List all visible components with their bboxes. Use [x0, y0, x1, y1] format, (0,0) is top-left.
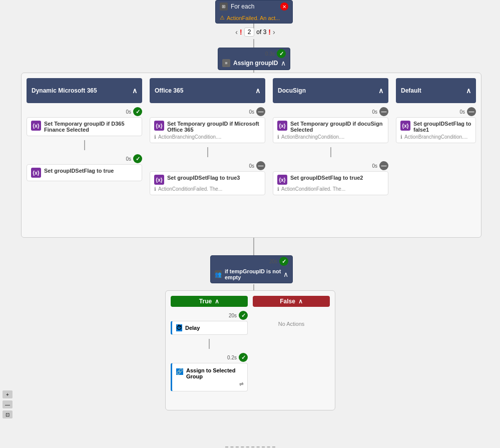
step-d1-timing: 0s [126, 109, 131, 115]
workflow-canvas: ⊞ For each ✕ ⚠ ActionFailed. An act... ‹… [0, 0, 500, 448]
step-o1-title: Set Temporary groupID if Microsoft Offic… [167, 121, 261, 133]
if-temp-collapse[interactable]: ∧ [283, 270, 288, 278]
step-d1-timing-row: 0s ✓ [27, 107, 142, 116]
step-ds1-card[interactable]: {x} Set Temporary groupID if docuSign Se… [273, 117, 388, 143]
step-o1-status: — [256, 107, 265, 116]
assign-status: ✓ [239, 353, 248, 362]
foreach-node[interactable]: ⊞ For each ✕ ⚠ ActionFailed. An act... [215, 0, 293, 24]
branch-office365-collapse[interactable]: ∧ [255, 87, 260, 95]
step-o2-title: Set groupIDSetFlag to true3 [167, 175, 240, 181]
branch-header-dynamic[interactable]: Dynamic Microsoft 365 ∧ [27, 78, 142, 103]
branch-header-docusign[interactable]: DocuSign ∧ [273, 78, 388, 103]
step-o1-icon: {x} [154, 121, 164, 131]
false-branch-header[interactable]: False ∧ [253, 296, 330, 307]
step-ds2-subtitle: ActionConditionFailed. The... [281, 186, 345, 192]
step-def1-title: Set groupIDSetFlag to false1 [413, 121, 471, 133]
pg-next-icon[interactable]: › [273, 28, 275, 36]
connector-d1 [84, 140, 85, 150]
step-ds1-timing-row: 0s — [273, 107, 388, 116]
branch-docusign-collapse[interactable]: ∧ [378, 87, 383, 95]
branch-dynamic-collapse[interactable]: ∧ [132, 87, 137, 95]
sidebar-icon-2[interactable]: — [3, 400, 13, 408]
step-ds2-timing: 0s [372, 163, 377, 169]
branch-dynamic-title: Dynamic Microsoft 365 [32, 87, 97, 94]
step-ds1-subtitle: ActionBranchingCondition.... [281, 134, 344, 140]
branch-header-default[interactable]: Default ∧ [396, 78, 476, 103]
pg-prev-icon[interactable]: ‹ [235, 28, 238, 36]
branch-default-title: Default [401, 87, 421, 94]
assign-link-icon: ⇌ [239, 381, 243, 387]
step-o1-info-icon: ℹ [154, 134, 156, 140]
step-ds1-icon: {x} [277, 121, 287, 131]
step-def1-timing: 0s [459, 109, 465, 115]
step-ds1-status: — [379, 107, 388, 116]
step-d1-status: ✓ [133, 107, 142, 116]
true-collapse-icon[interactable]: ∧ [215, 298, 219, 305]
step-ds2-card[interactable]: {x} Set groupIDSetFlag to true2 ℹ Action… [273, 171, 388, 195]
assign-groupid-icon: ≡ [222, 59, 230, 67]
step-d1-icon: {x} [31, 121, 41, 131]
branch-col-default: Default ∧ 0s — {x} Set groupIDSetFlag to… [396, 78, 476, 143]
pagination-bar: ‹ ! 2 of 3 ! › [215, 28, 295, 37]
branch-col-office365: Office 365 ∧ 0s — {x} Set Temporary grou… [150, 78, 265, 195]
branch-header-office365[interactable]: Office 365 ∧ [150, 78, 265, 103]
no-actions-text: No Actions [253, 311, 330, 337]
false-collapse-icon[interactable]: ∧ [298, 298, 303, 305]
step-ds1-title: Set Temporary groupID if docuSign Select… [290, 121, 384, 133]
step-o2-icon: {x} [154, 175, 164, 185]
assign-timing: 0.2s [227, 355, 237, 360]
sidebar-icon-3[interactable]: ⊡ [3, 410, 13, 418]
if-temp-status: ✓ [279, 257, 288, 266]
assign-groupid-label: Assign groupID [233, 60, 278, 67]
assign-selected-group-card[interactable]: 🔗 Assign to Selected Group ⇌ [171, 363, 248, 391]
branch-docusign-title: DocuSign [278, 87, 306, 94]
if-temp-icon: 👥 [215, 270, 222, 278]
assign-groupid-node[interactable]: 0.3s ✓ ≡ Assign groupID ∧ [218, 48, 290, 70]
branch-col-docusign: DocuSign ∧ 0s — {x} Set Temporary groupI… [273, 78, 388, 195]
pg-warn-icon: ! [268, 28, 271, 36]
assign-groupid-collapse[interactable]: ∧ [281, 59, 286, 67]
left-sidebar: + — ⊡ [3, 390, 13, 418]
step-ds2-timing-row: 0s — [273, 161, 388, 170]
step-d2-card[interactable]: {x} Set groupIDSetFlag to true [27, 164, 142, 181]
tf-container: True ∧ 20s ✓ ⏱ Delay [165, 290, 335, 410]
assign-icon: 🔗 [176, 368, 183, 375]
step-o2-status: — [256, 161, 265, 170]
if-temp-node[interactable]: 20s ✓ 👥 if tempGroupID is not empty ∧ [210, 255, 293, 283]
branch-default-collapse[interactable]: ∧ [466, 87, 471, 95]
step-ds1-timing: 0s [372, 109, 377, 115]
assign-label: Assign to Selected Group [186, 367, 243, 379]
step-o2-timing: 0s [249, 163, 254, 169]
step-d2-title: Set groupIDSetFlag to true [44, 168, 114, 174]
step-ds1-info-icon: ℹ [277, 134, 279, 140]
connector-o1 [207, 147, 208, 157]
step-ds2-icon: {x} [277, 175, 287, 185]
delay-status: ✓ [239, 311, 248, 320]
tf-row: True ∧ 20s ✓ ⏱ Delay [171, 296, 330, 391]
branch-office365-title: Office 365 [155, 87, 183, 94]
step-def1-card[interactable]: {x} Set groupIDSetFlag to false1 ℹ Actio… [396, 117, 476, 143]
pg-current[interactable]: 2 [244, 28, 255, 37]
step-def1-timing-row: 0s — [396, 107, 476, 116]
step-d1-title: Set Temporary groupID if D365 Finance Se… [44, 121, 138, 133]
step-d1-card[interactable]: {x} Set Temporary groupID if D365 Financ… [27, 117, 142, 136]
step-o2-subtitle: ActionConditionFailed. The... [158, 186, 222, 192]
tf-col-true: True ∧ 20s ✓ ⏱ Delay [171, 296, 248, 391]
step-def1-status: — [467, 107, 476, 116]
true-branch-header[interactable]: True ∧ [171, 296, 248, 307]
step-o2-timing-row: 0s — [150, 161, 265, 170]
sidebar-icon-1[interactable]: + [3, 390, 13, 398]
step-o2-card[interactable]: {x} Set groupIDSetFlag to true3 ℹ Action… [150, 171, 265, 195]
step-o1-subtitle: ActionBranchingCondition.... [158, 134, 221, 140]
branch-col-dynamic: Dynamic Microsoft 365 ∧ 0s ✓ {x} Set Tem… [27, 78, 142, 181]
step-d2-timing-row: 0s ✓ [27, 154, 142, 163]
step-o2-info-icon: ℹ [154, 186, 156, 192]
step-o1-card[interactable]: {x} Set Temporary groupID if Microsoft O… [150, 117, 265, 143]
branches-row: Dynamic Microsoft 365 ∧ 0s ✓ {x} Set Tem… [27, 78, 476, 195]
foreach-close-icon[interactable]: ✕ [280, 3, 288, 11]
step-o1-timing-row: 0s — [150, 107, 265, 116]
if-temp-label: if tempGroupID is not empty [225, 268, 283, 280]
delay-card[interactable]: ⏱ Delay [171, 321, 248, 335]
step-ds2-status: — [379, 161, 388, 170]
pg-error-icon: ! [240, 28, 242, 36]
